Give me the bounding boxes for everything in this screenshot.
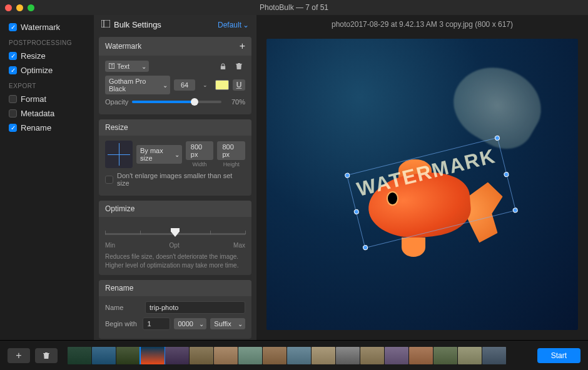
thumbnail[interactable]	[385, 347, 408, 364]
select-value: Text	[117, 62, 129, 70]
begin-with-input[interactable]	[143, 318, 170, 330]
font-select[interactable]: Gotham Pro Black	[105, 76, 170, 94]
watermark-panel: Watermark 🅃 Text Gotham Pro Black ⌄	[99, 37, 251, 114]
delete-watermark-button[interactable]	[233, 61, 245, 72]
select-value: By max size	[140, 147, 173, 162]
sidebar-item-watermark[interactable]: Watermark	[0, 20, 94, 34]
watermark-type-select[interactable]: 🅃 Text	[105, 61, 149, 72]
suffix-select[interactable]: Suffix	[210, 318, 245, 329]
underline-button[interactable]: U	[233, 79, 245, 91]
opt-label: Opt	[170, 242, 180, 249]
checkbox-icon[interactable]	[9, 23, 17, 31]
close-window-button[interactable]	[5, 4, 12, 11]
thumbnail[interactable]	[116, 347, 140, 364]
minimize-window-button[interactable]	[16, 4, 23, 11]
add-watermark-button[interactable]	[240, 41, 245, 52]
sidebar-label: Optimize	[21, 66, 53, 75]
zoom-window-button[interactable]	[28, 4, 34, 11]
sidebar-label: Format	[21, 94, 46, 104]
preset-label: Default	[218, 21, 241, 29]
sidebar-item-format[interactable]: Format	[0, 92, 94, 106]
thumbnail[interactable]	[336, 347, 360, 364]
slider-thumb-icon[interactable]	[171, 228, 180, 237]
checkbox-icon[interactable]	[9, 95, 17, 103]
resize-handle[interactable]	[353, 209, 360, 215]
select-value: Gotham Pro Black	[109, 78, 161, 92]
rename-panel: Rename Name Begin with 0000 Suffix	[99, 280, 251, 339]
thumbnail[interactable]	[165, 347, 189, 364]
optimize-slider[interactable]	[105, 224, 245, 239]
thumbnail[interactable]	[238, 347, 262, 364]
checkbox-icon[interactable]	[9, 124, 17, 132]
thumbnail-strip	[68, 347, 527, 364]
sidebar-label: Metadata	[21, 109, 54, 118]
thumbnail[interactable]	[214, 347, 238, 364]
select-value: Suffix	[214, 320, 231, 328]
sidebar: Watermark POSTPROCESSING Resize Optimize…	[0, 15, 94, 340]
sidebar-label: Rename	[21, 123, 51, 132]
start-button[interactable]: Start	[537, 348, 580, 363]
sidebar-label: Watermark	[21, 22, 60, 32]
resize-handle[interactable]	[504, 171, 510, 178]
layout-icon	[101, 20, 110, 29]
panel-title: Rename	[105, 284, 133, 292]
sidebar-item-metadata[interactable]: Metadata	[0, 106, 94, 121]
text-type-icon: 🅃	[109, 63, 114, 69]
window-title: PhotoBulk — 7 of 51	[260, 3, 328, 12]
thumbnail[interactable]	[68, 347, 91, 364]
thumbnail[interactable]	[360, 347, 384, 364]
min-label: Min	[105, 242, 115, 249]
thumbnail[interactable]	[141, 347, 165, 364]
sidebar-item-resize[interactable]: Resize	[0, 49, 94, 63]
name-label: Name	[105, 304, 141, 311]
thumbnail[interactable]	[409, 347, 433, 364]
watermark-text[interactable]: WATERMARK	[348, 138, 504, 201]
titlebar: PhotoBulk — 7 of 51	[0, 0, 588, 15]
checkbox-icon[interactable]	[9, 66, 17, 74]
thumbnail[interactable]	[190, 347, 213, 364]
thumbnail[interactable]	[482, 347, 506, 364]
resize-preview-icon	[105, 141, 133, 168]
preview-filename: photo2017-08-29 at 9.42.13 AM 3 copy.jpg…	[256, 15, 588, 34]
svg-rect-0	[101, 20, 110, 28]
max-label: Max	[233, 242, 245, 249]
lock-icon[interactable]	[216, 61, 229, 72]
chevron-down-icon[interactable]: ⌄	[199, 79, 211, 91]
font-size-input[interactable]	[174, 79, 195, 91]
select-value: 0000	[178, 320, 193, 328]
opacity-label: Opacity	[105, 98, 128, 106]
optimize-note: Reduces file size, doesn't deteriorate t…	[105, 252, 245, 270]
thumbnail[interactable]	[458, 347, 482, 364]
preview-pane: photo2017-08-29 at 9.42.13 AM 3 copy.jpg…	[256, 15, 588, 340]
checkbox-icon[interactable]	[9, 109, 17, 118]
thumbnail[interactable]	[92, 347, 116, 364]
sidebar-item-optimize[interactable]: Optimize	[0, 63, 94, 78]
settings-title: Bulk Settings	[114, 20, 161, 29]
height-input[interactable]: 800 px	[217, 141, 245, 160]
opacity-slider[interactable]	[132, 101, 221, 103]
digits-select[interactable]: 0000	[174, 318, 206, 329]
add-images-button[interactable]	[8, 348, 30, 363]
checkbox-icon[interactable]	[9, 52, 17, 60]
preset-dropdown[interactable]: Default ⌄	[218, 21, 249, 29]
resize-handle[interactable]	[512, 208, 519, 214]
dont-enlarge-label: Don't enlarge images smaller than set si…	[117, 172, 245, 187]
color-swatch[interactable]	[215, 80, 229, 90]
width-input[interactable]: 800 px	[186, 141, 214, 160]
remove-image-button[interactable]	[35, 348, 58, 363]
thumbnail[interactable]	[312, 347, 335, 364]
resize-panel: Resize By max size 800 px Width 800 px H…	[99, 119, 251, 196]
optimize-panel: Optimize Min Opt Max Reduces file size, …	[99, 201, 251, 275]
thumbnail[interactable]	[433, 347, 457, 364]
resize-mode-select[interactable]: By max size	[136, 145, 182, 164]
thumbnail[interactable]	[287, 347, 311, 364]
panel-title: Resize	[105, 123, 128, 132]
footer: Start	[0, 340, 588, 370]
dont-enlarge-checkbox[interactable]	[105, 176, 113, 184]
rename-name-input[interactable]	[145, 301, 245, 314]
sidebar-label: Resize	[21, 51, 46, 61]
sidebar-item-rename[interactable]: Rename	[0, 121, 94, 135]
thumbnail[interactable]	[263, 347, 286, 364]
sidebar-heading-export: EXPORT	[0, 78, 94, 92]
preview-image[interactable]: WATERMARK	[266, 39, 578, 330]
